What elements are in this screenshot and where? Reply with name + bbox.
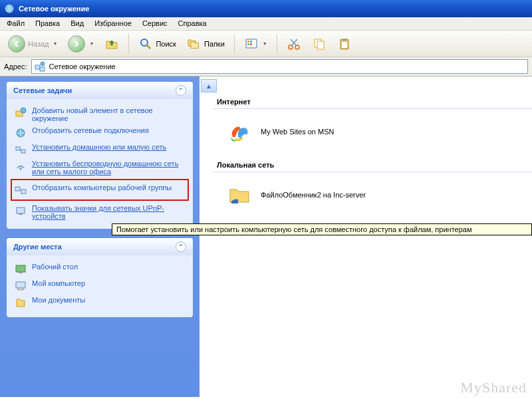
back-label: Назад <box>28 40 49 48</box>
svg-rect-13 <box>317 41 324 49</box>
forward-button[interactable]: ▼ <box>64 34 98 54</box>
panel-title: Сетевые задачи <box>13 86 72 94</box>
address-bar: Адрес: Сетевое окружение <box>0 57 532 76</box>
scroll-up-button[interactable]: ▲ <box>201 79 217 92</box>
chevron-down-icon[interactable]: ▼ <box>263 41 267 46</box>
folders-label: Папки <box>204 40 225 48</box>
item-fileshare[interactable]: ФайлоОбменник2 на Inc-server <box>200 172 532 217</box>
computer-icon <box>15 280 27 292</box>
chevron-down-icon[interactable]: ▼ <box>89 41 94 46</box>
other-label: Рабочий стол <box>32 263 78 271</box>
shared-folder-icon <box>226 182 253 208</box>
chevron-down-icon[interactable]: ▼ <box>53 41 58 46</box>
svg-rect-30 <box>19 213 23 215</box>
group-internet: Интернет <box>213 95 532 109</box>
network-tasks-panel: Сетевые задачи ⌃ Добавить новый элемент … <box>7 82 193 229</box>
content-pane[interactable]: ▲ Интернет My Web Sites on MSN Локальная… <box>200 76 532 397</box>
search-button[interactable]: Поиск <box>134 35 180 53</box>
chevron-up-icon[interactable]: ⌃ <box>176 85 186 96</box>
svg-point-19 <box>41 62 45 66</box>
panel-header-tasks[interactable]: Сетевые задачи ⌃ <box>7 82 193 99</box>
task-setup-wireless-network[interactable]: Установить беспроводную домашнюю сеть ил… <box>13 158 186 178</box>
group-lan: Локальная сеть <box>213 158 532 172</box>
search-label: Поиск <box>156 40 176 48</box>
task-label: Отобразить компьютеры рабочей группы <box>32 184 172 192</box>
menu-help[interactable]: Справка <box>178 19 207 27</box>
menu-file[interactable]: Файл <box>7 19 25 27</box>
back-button[interactable]: Назад ▼ <box>4 34 61 54</box>
task-label: Добавить новый элемент в сетевое окружен… <box>32 106 185 122</box>
search-icon <box>138 37 153 51</box>
copy-button[interactable] <box>308 35 331 53</box>
network-setup-icon <box>15 144 27 156</box>
copy-icon <box>312 37 327 51</box>
svg-rect-27 <box>15 187 20 191</box>
task-label: Установить домашнюю или малую сеть <box>32 143 166 151</box>
window-title: Сетевое окружение <box>19 5 89 13</box>
menu-favorites[interactable]: Избранное <box>94 19 132 27</box>
svg-rect-23 <box>16 147 20 150</box>
svg-point-1 <box>141 39 148 46</box>
task-show-upnp-icons[interactable]: Показывать значки для сетевых UPnP-устро… <box>13 202 186 222</box>
group-title: Интернет <box>217 98 251 106</box>
address-value: Сетевое окружение <box>49 63 116 70</box>
folders-button[interactable]: Папки <box>183 35 229 53</box>
svg-rect-24 <box>21 150 25 153</box>
task-view-workgroup-computers[interactable]: Отобразить компьютеры рабочей группы <box>13 182 186 198</box>
sidebar: Сетевые задачи ⌃ Добавить новый элемент … <box>0 76 200 397</box>
svg-rect-34 <box>18 288 23 290</box>
task-label: Установить беспроводную домашнюю сеть ил… <box>32 160 185 176</box>
network-places-icon <box>35 61 45 72</box>
svg-rect-5 <box>250 41 252 43</box>
chevron-up-icon[interactable]: ⌃ <box>176 241 186 252</box>
svg-rect-31 <box>16 265 25 272</box>
svg-rect-18 <box>40 67 45 71</box>
panel-header-other[interactable]: Другие места ⌃ <box>7 238 193 255</box>
task-label: Отобразить сетевые подключения <box>32 126 149 134</box>
views-icon <box>244 37 259 51</box>
add-network-icon <box>15 107 27 119</box>
views-button[interactable]: ▼ <box>240 35 271 53</box>
msn-icon <box>226 118 253 145</box>
task-add-network-place[interactable]: Добавить новый элемент в сетевое окружен… <box>13 104 186 124</box>
svg-rect-28 <box>21 190 26 194</box>
address-label: Адрес: <box>4 63 27 70</box>
svg-rect-6 <box>247 43 249 45</box>
back-arrow-icon <box>8 35 25 53</box>
cut-button[interactable] <box>283 35 305 53</box>
svg-rect-15 <box>342 39 346 41</box>
workgroup-icon <box>15 184 27 196</box>
menu-view[interactable]: Вид <box>70 19 84 27</box>
task-setup-home-network[interactable]: Установить домашнюю или малую сеть <box>13 141 186 158</box>
scissors-icon <box>287 37 301 51</box>
panel-title: Другие места <box>13 243 62 251</box>
svg-rect-29 <box>17 207 25 213</box>
other-label: Мой компьютер <box>32 279 85 287</box>
other-my-computer[interactable]: Мой компьютер <box>13 277 186 294</box>
menu-edit[interactable]: Правка <box>35 19 60 27</box>
tooltip: Помогает установить или настроить компью… <box>112 223 532 235</box>
menu-bar: Файл Правка Вид Избранное Сервис Справка <box>0 17 532 31</box>
forward-arrow-icon <box>68 35 85 53</box>
up-button[interactable] <box>100 35 123 53</box>
wireless-setup-icon <box>15 160 27 172</box>
highlighted-task-box: Отобразить компьютеры рабочей группы <box>11 179 189 201</box>
svg-rect-4 <box>247 41 249 43</box>
task-label: Показывать значки для сетевых UPnP-устро… <box>32 204 185 220</box>
item-msn-websites[interactable]: My Web Sites on MSN <box>200 109 532 154</box>
other-desktop[interactable]: Рабочий стол <box>13 261 186 277</box>
toolbar-separator <box>234 34 235 54</box>
upnp-icon <box>15 205 27 217</box>
menu-service[interactable]: Сервис <box>142 19 168 27</box>
task-view-connections[interactable]: Отобразить сетевые подключения <box>13 124 186 141</box>
folder-up-icon <box>104 37 119 51</box>
toolbar-separator <box>128 34 129 54</box>
folders-icon <box>187 37 201 51</box>
address-input[interactable]: Сетевое окружение <box>31 59 528 74</box>
svg-point-26 <box>20 168 22 170</box>
paste-icon <box>337 37 352 51</box>
paste-button[interactable] <box>333 35 356 53</box>
other-label: Мои документы <box>32 296 85 304</box>
other-my-documents[interactable]: Мои документы <box>13 294 186 311</box>
toolbar-separator <box>277 34 277 54</box>
